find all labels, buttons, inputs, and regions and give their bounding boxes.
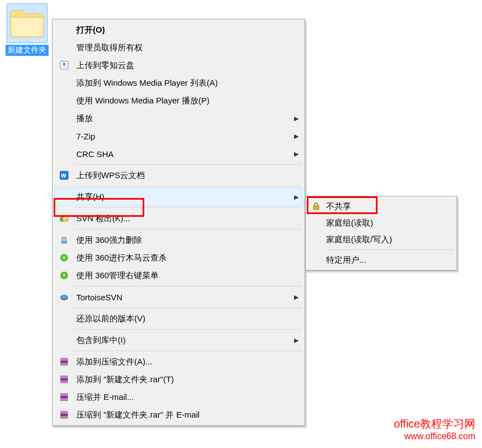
menu-360-contextmenu-label: 使用 360管理右键菜单 [72, 270, 287, 281]
submenu-specific-users[interactable]: 特定用户... [307, 252, 455, 268]
watermark-line2: www.office68.com [394, 431, 475, 442]
menu-rar-add-name-label: 添加到 "新建文件夹.rar"(T) [72, 374, 287, 385]
360-delete-icon [56, 235, 72, 245]
menu-7zip-label: 7-Zip [72, 132, 287, 141]
svg-rect-4 [62, 237, 66, 242]
menu-wmp-play-label: 使用 Windows Media Player 播放(P) [72, 96, 287, 106]
desktop-folder[interactable]: 新建文件夹 [2, 3, 52, 56]
menu-tortoisesvn[interactable]: TortoiseSVN ▶ [54, 288, 303, 306]
menu-include-library-label: 包含到库中(I) [72, 335, 287, 346]
svg-rect-23 [313, 206, 319, 210]
submenu-homegroup-read[interactable]: 家庭组(读取) [307, 215, 455, 231]
submenu-specific-users-label: 特定用户... [323, 255, 450, 265]
menu-separator [74, 351, 302, 351]
menu-crcsha[interactable]: CRC SHA ▶ [54, 145, 303, 163]
share-submenu: 不共享 家庭组(读取) 家庭组(读取/写入) 特定用户... [305, 196, 457, 270]
submenu-homegroup-rw[interactable]: 家庭组(读取/写入) [307, 231, 455, 248]
winrar-icon [56, 392, 72, 402]
menu-share[interactable]: 共享(H) ▶ [54, 188, 303, 206]
folder-icon [9, 7, 45, 38]
360-scan-icon: + [56, 253, 72, 263]
chevron-right-icon: ▶ [287, 133, 298, 140]
chevron-right-icon: ▶ [287, 150, 298, 158]
svg-rect-22 [61, 416, 67, 418]
winrar-icon [56, 374, 72, 384]
chevron-right-icon: ▶ [287, 337, 298, 344]
menu-separator [74, 286, 302, 286]
menu-share-label: 共享(H) [72, 192, 287, 202]
menu-tortoisesvn-label: TortoiseSVN [72, 293, 287, 302]
svg-rect-16 [61, 381, 67, 383]
menu-svn-checkout-label: SVN 检出(K)... [72, 213, 287, 224]
menu-rar-email[interactable]: 压缩并 E-mail... [54, 388, 303, 406]
menu-separator [325, 249, 454, 250]
cloud-upload-icon [56, 60, 72, 70]
menu-rar-email-name[interactable]: 压缩到 "新建文件夹.rar" 并 E-mail [54, 406, 303, 424]
menu-rar-email-label: 压缩并 E-mail... [72, 392, 287, 403]
menu-open[interactable]: 打开(O) [54, 21, 303, 39]
submenu-homegroup-rw-label: 家庭组(读取/写入) [323, 235, 450, 245]
chevron-right-icon: ▶ [287, 115, 298, 122]
svg-point-10 [61, 295, 67, 299]
360-menu-icon: + [56, 270, 72, 280]
menu-360-scan-label: 使用 360进行木马云查杀 [72, 253, 287, 263]
menu-360-scan[interactable]: + 使用 360进行木马云查杀 [54, 249, 303, 267]
menu-upload-lz-label: 上传到零知云盘 [72, 60, 287, 71]
chevron-right-icon: ▶ [287, 194, 298, 201]
winrar-icon [56, 410, 72, 420]
menu-wmp-add[interactable]: 添加到 Windows Media Player 列表(A) [54, 74, 303, 92]
menu-360-delete-label: 使用 360强力删除 [72, 235, 287, 246]
submenu-homegroup-read-label: 家庭组(读取) [323, 218, 450, 228]
menu-svn-checkout[interactable]: SVN 检出(K)... [54, 210, 303, 227]
menu-admin-own[interactable]: 管理员取得所有权 [54, 39, 303, 56]
menu-wmp-add-label: 添加到 Windows Media Player 列表(A) [72, 78, 287, 88]
menu-play-label: 播放 [72, 113, 287, 124]
menu-separator [74, 207, 302, 208]
submenu-no-share-label: 不共享 [323, 201, 450, 212]
menu-play[interactable]: 播放 ▶ [54, 110, 303, 127]
menu-restore-previous[interactable]: 还原以前的版本(V) [54, 310, 303, 327]
menu-rar-add-label: 添加到压缩文件(A)... [72, 357, 287, 367]
menu-admin-own-label: 管理员取得所有权 [72, 43, 287, 53]
menu-restore-previous-label: 还原以前的版本(V) [72, 314, 287, 324]
menu-separator [74, 229, 302, 230]
svg-rect-18 [61, 394, 67, 396]
svg-rect-15 [61, 376, 67, 378]
menu-rar-email-name-label: 压缩到 "新建文件夹.rar" 并 E-mail [72, 410, 287, 420]
menu-rar-add[interactable]: 添加到压缩文件(A)... [54, 353, 303, 371]
menu-include-library[interactable]: 包含到库中(I) ▶ [54, 331, 303, 349]
winrar-icon [56, 357, 72, 367]
watermark: office教程学习网 www.office68.com [394, 416, 475, 442]
menu-separator [74, 186, 302, 186]
menu-7zip[interactable]: 7-Zip ▶ [54, 127, 303, 145]
tortoise-icon [56, 292, 72, 302]
menu-upload-wps-label: 上传到WPS云文档 [72, 170, 287, 181]
svg-text:+: + [62, 273, 65, 278]
lock-icon [310, 201, 323, 211]
menu-360-delete[interactable]: 使用 360强力删除 [54, 231, 303, 249]
menu-360-contextmenu[interactable]: + 使用 360管理右键菜单 [54, 267, 303, 284]
watermark-line1: office教程学习网 [394, 416, 475, 431]
menu-rar-add-name[interactable]: 添加到 "新建文件夹.rar"(T) [54, 371, 303, 388]
submenu-no-share[interactable]: 不共享 [307, 198, 455, 215]
svg-rect-12 [61, 358, 67, 361]
svg-rect-13 [61, 363, 67, 365]
svn-checkout-icon [56, 213, 72, 223]
chevron-right-icon: ▶ [287, 294, 298, 301]
menu-separator [74, 164, 302, 165]
folder-label: 新建文件夹 [6, 45, 49, 56]
menu-separator [74, 308, 302, 308]
menu-separator [74, 329, 302, 330]
context-menu: 打开(O) 管理员取得所有权 上传到零知云盘 添加到 Windows Media… [52, 19, 305, 426]
svg-rect-21 [61, 411, 67, 414]
folder-selection [7, 3, 48, 43]
svg-rect-19 [61, 398, 67, 400]
menu-wmp-play[interactable]: 使用 Windows Media Player 播放(P) [54, 92, 303, 110]
wps-icon [56, 170, 72, 180]
menu-upload-wps[interactable]: 上传到WPS云文档 [54, 166, 303, 184]
svg-text:+: + [62, 255, 65, 261]
menu-open-label: 打开(O) [72, 25, 287, 35]
menu-crcsha-label: CRC SHA [72, 149, 287, 159]
menu-upload-lz[interactable]: 上传到零知云盘 [54, 56, 303, 74]
